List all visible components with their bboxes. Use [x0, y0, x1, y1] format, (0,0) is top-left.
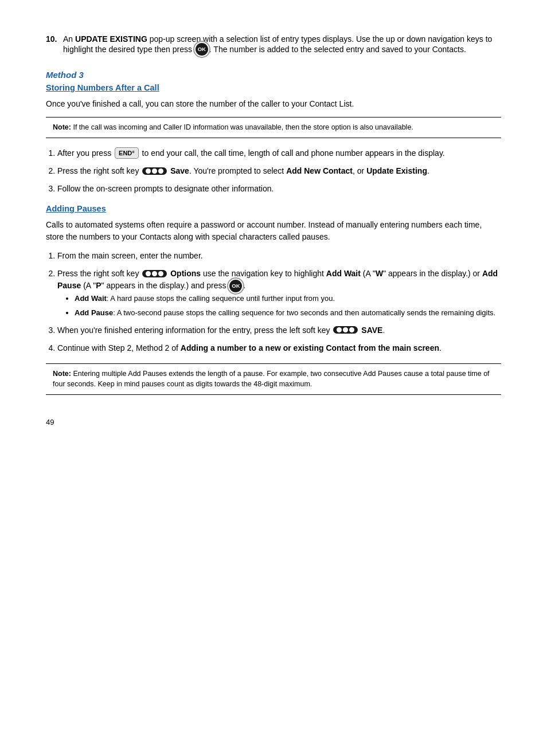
soft-key-options-icon [142, 270, 167, 277]
page-content: 10. An UPDATE EXISTING pop-up screen wit… [46, 34, 501, 426]
add-wait-bullet: Add Wait: A hard pause stops the calling… [75, 293, 501, 304]
adding-pauses-intro: Calls to automated systems often require… [46, 219, 501, 243]
add-pause-bullet: Add Pause: A two-second pause stops the … [75, 307, 501, 319]
w-char: W [376, 269, 383, 278]
adding-pauses-steps: From the main screen, enter the number. … [57, 250, 501, 354]
soft-key-save2-dot3 [349, 327, 354, 332]
soft-key-save-icon [142, 167, 167, 175]
adding-pauses-heading: Adding Pauses [46, 204, 501, 213]
method3-note-box: Note: If the call was incoming and Calle… [46, 117, 501, 138]
soft-key-opt-dot3 [158, 271, 163, 276]
soft-key-save2-dot1 [337, 327, 342, 332]
soft-key-dot3 [158, 169, 163, 174]
method3-heading: Method 3 [46, 70, 501, 80]
ok-button-2-icon: OK [229, 280, 242, 292]
adding-pauses-note-label: Note: [53, 370, 71, 378]
add-pause-bold: Add Pause [57, 269, 498, 290]
save-label: Save [170, 166, 189, 175]
soft-key-opt-dot1 [146, 271, 151, 276]
step-10-number: 10. [46, 34, 57, 44]
options-label: Options [170, 269, 201, 278]
method3-intro: Once you've finished a call, you can sto… [46, 98, 501, 110]
adding-pauses-step-4: Continue with Step 2, Method 2 of Adding… [57, 342, 501, 354]
soft-key-save2-icon [333, 326, 358, 334]
adding-pauses-note-text: Entering multiple Add Pauses extends the… [53, 370, 490, 389]
pause-bullets: Add Wait: A hard pause stops the calling… [75, 293, 501, 319]
save-label-2: SAVE [361, 326, 382, 335]
update-existing-bold2: Update Existing [366, 166, 427, 175]
add-wait-bullet-label: Add Wait [75, 294, 107, 303]
add-pause-bullet-label: Add Pause [75, 308, 113, 317]
soft-key-dot2 [152, 169, 157, 174]
method3-step-1: After you press END° to end your call, t… [57, 147, 501, 160]
adding-pauses-step-3: When you're finished entering informatio… [57, 324, 501, 336]
page-number: 49 [46, 418, 501, 426]
end-button-icon: END° [115, 147, 139, 159]
soft-key-dot1 [146, 169, 151, 174]
method3-steps: After you press END° to end your call, t… [57, 147, 501, 195]
step-10-block: 10. An UPDATE EXISTING pop-up screen wit… [46, 34, 501, 56]
method3-step-3: Follow the on-screen prompts to designat… [57, 183, 501, 195]
method3-note-label: Note: [53, 123, 71, 131]
method3-note-text: If the call was incoming and Caller ID i… [73, 123, 413, 131]
soft-key-save2-dot2 [343, 327, 348, 332]
add-wait-bullet-text: : A hard pause stops the calling sequenc… [107, 294, 335, 303]
adding-pauses-step-1: From the main screen, enter the number. [57, 250, 501, 262]
adding-number-bold: Adding a number to a new or existing Con… [181, 343, 439, 352]
adding-pauses-step-2: Press the right soft key Options use the… [57, 268, 501, 318]
add-pause-bullet-text: : A two-second pause stops the calling s… [113, 308, 495, 317]
step-10-text: An UPDATE EXISTING pop-up screen with a … [63, 34, 492, 54]
adding-pauses-note-box: Note: Entering multiple Add Pauses exten… [46, 363, 501, 395]
ok-button-icon: OK [196, 43, 208, 56]
p-char: P [96, 281, 101, 290]
storing-numbers-heading: Storing Numbers After a Call [46, 83, 501, 92]
update-existing-bold: UPDATE EXISTING [75, 34, 147, 44]
method3-step-2: Press the right soft key Save. You're pr… [57, 165, 501, 177]
add-wait-bold: Add Wait [326, 269, 361, 278]
soft-key-opt-dot2 [152, 271, 157, 276]
add-new-contact-bold: Add New Contact [286, 166, 353, 175]
